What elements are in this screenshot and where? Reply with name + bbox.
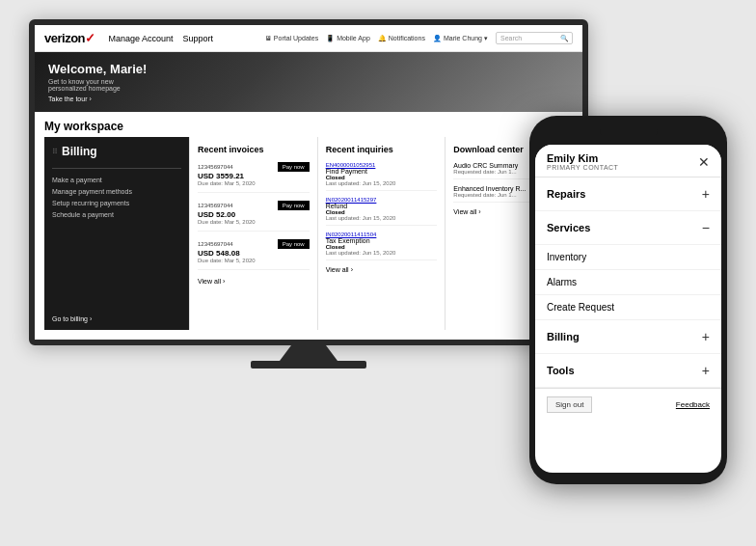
billing-card-header: ⠿ Billing <box>52 145 181 158</box>
chevron-right-icon: › <box>478 208 480 215</box>
go-to-billing-link[interactable]: Go to billing › <box>52 315 181 322</box>
menu-item-repairs[interactable]: Repairs + <box>535 177 721 211</box>
sub-item-inventory[interactable]: Inventory <box>535 245 721 270</box>
pay-now-button-3[interactable]: Pay now <box>278 239 310 249</box>
chevron-down-icon: ▾ <box>484 35 488 42</box>
sub-item-alarms[interactable]: Alarms <box>535 270 721 295</box>
menu-item-billing[interactable]: Billing + <box>535 320 721 354</box>
inquiry-date-3: Last updated: Jun 15, 2020 <box>326 250 438 256</box>
invoices-view-all[interactable]: View all › <box>198 278 310 285</box>
workspace-title: My workspace <box>35 112 582 137</box>
mobile-icon: 📱 <box>326 35 335 42</box>
billing-divider <box>52 168 181 169</box>
billing-label: Billing <box>547 331 580 342</box>
monitor-base <box>251 361 366 369</box>
inquiry-date-1: Last updated: Jun 15, 2020 <box>326 180 438 186</box>
user-menu[interactable]: 👤 Marie Chung ▾ <box>433 35 488 42</box>
invoice-number-2: 12345697044 <box>198 203 233 208</box>
billing-card: ⠿ Billing Make a payment Manage payment … <box>44 137 189 330</box>
make-payment-link[interactable]: Make a payment <box>52 177 181 183</box>
monitor-stand <box>280 345 338 361</box>
setup-recurring-link[interactable]: Setup recurring payments <box>52 200 181 206</box>
inquiry-type-2: Refund <box>326 203 438 209</box>
notifications-link[interactable]: 🔔 Notifications <box>378 35 425 42</box>
phone-screen: Emily Kim PRIMARY CONTACT ✕ Repairs + Se… <box>535 145 721 473</box>
expand-icon: + <box>702 329 710 344</box>
main-nav: Manage Account Support <box>109 34 214 43</box>
recent-inquiries-title: Recent inquiries <box>326 145 438 154</box>
checkmark-icon: ✓ <box>85 31 95 45</box>
schedule-payment-link[interactable]: Schedule a payment <box>52 211 181 218</box>
collapse-icon: − <box>702 220 710 235</box>
invoice-due-3: Due date: Mar 5, 2020 <box>198 258 310 263</box>
mobile-app-link[interactable]: 📱 Mobile App <box>326 35 370 42</box>
invoice-number-3: 12345697044 <box>198 241 233 247</box>
top-navigation-bar: verizon✓ Manage Account Support 🖥 Portal… <box>35 25 582 52</box>
phone-notch <box>600 127 658 141</box>
manage-payment-methods-link[interactable]: Manage payment methods <box>52 188 181 195</box>
monitor-icon: 🖥 <box>265 35 272 41</box>
create-request-label: Create Request <box>547 302 614 313</box>
invoice-row-3: 12345697044 Pay now <box>198 239 310 249</box>
menu-item-tools[interactable]: Tools + <box>535 354 721 388</box>
invoice-amount-1: USD 3559.21 <box>198 172 310 180</box>
hero-left-content: Welcome, Marie! Get to know your new per… <box>48 62 147 102</box>
manage-account-link[interactable]: Manage Account <box>109 34 174 43</box>
inquiries-view-all[interactable]: View all › <box>326 266 438 273</box>
alarms-label: Alarms <box>547 277 577 287</box>
invoice-number-1: 12345697044 <box>198 164 233 170</box>
pay-now-button-1[interactable]: Pay now <box>278 162 310 172</box>
bell-icon: 🔔 <box>378 35 387 42</box>
desktop-monitor: verizon✓ Manage Account Support 🖥 Portal… <box>29 19 588 369</box>
invoice-item-3: 12345697044 Pay now USD 548.08 Due date:… <box>198 239 310 270</box>
inquiry-item-3: IN02020011411504 Tax Exemption Closed La… <box>326 232 438 260</box>
feedback-link[interactable]: Feedback <box>676 400 710 409</box>
menu-item-services[interactable]: Services − <box>535 211 721 245</box>
portal-updates-link[interactable]: 🖥 Portal Updates <box>265 35 318 41</box>
search-box: Search 🔍 <box>496 32 573 44</box>
recent-invoices-panel: Recent invoices 12345697044 Pay now USD … <box>189 137 317 330</box>
logo-area: verizon✓ Manage Account Support <box>44 31 213 45</box>
sign-out-button[interactable]: Sign out <box>547 396 592 413</box>
drag-handle-icon: ⠿ <box>52 148 58 156</box>
services-label: Services <box>547 222 590 233</box>
inquiry-date-2: Last updated: Jun 15, 2020 <box>326 215 438 221</box>
chevron-right-icon: › <box>351 266 353 273</box>
pay-now-button-2[interactable]: Pay now <box>278 201 310 210</box>
support-link[interactable]: Support <box>183 34 214 43</box>
phone-footer: Sign out Feedback <box>535 388 721 421</box>
expand-icon: + <box>702 363 710 378</box>
chevron-right-icon: › <box>89 96 91 102</box>
workspace-grid: ⠿ Billing Make a payment Manage payment … <box>35 137 582 340</box>
billing-card-title: Billing <box>62 145 97 158</box>
invoice-item-2: 12345697044 Pay now USD 52.00 Due date: … <box>198 201 310 232</box>
chevron-right-icon: › <box>90 315 92 322</box>
take-tour-link[interactable]: Take the tour › <box>48 96 147 102</box>
phone-user-role: PRIMARY CONTACT <box>547 164 618 171</box>
phone-header: Emily Kim PRIMARY CONTACT ✕ <box>535 145 721 177</box>
invoice-amount-2: USD 52.00 <box>198 210 310 219</box>
repairs-label: Repairs <box>547 188 585 200</box>
close-icon[interactable]: ✕ <box>698 154 710 170</box>
hero-subtitle: Get to know your new personalized homepa… <box>48 78 145 92</box>
invoice-due-2: Due date: Mar 5, 2020 <box>198 219 310 225</box>
phone-user-info: Emily Kim PRIMARY CONTACT <box>547 152 618 171</box>
phone-user-name: Emily Kim <box>547 152 618 164</box>
tools-label: Tools <box>547 365 575 376</box>
hero-banner: Welcome, Marie! Get to know your new per… <box>35 52 582 112</box>
inquiry-item-1: EN4000001052951 Find Payment Closed Last… <box>326 162 438 191</box>
monitor-screen: verizon✓ Manage Account Support 🖥 Portal… <box>29 19 588 345</box>
search-icon[interactable]: 🔍 <box>560 35 569 42</box>
hero-greeting: Welcome, Marie! <box>48 62 147 76</box>
invoice-row-1: 12345697044 Pay now <box>198 162 310 172</box>
verizon-logo: verizon✓ <box>44 31 95 45</box>
chevron-right-icon: › <box>223 278 225 285</box>
inventory-label: Inventory <box>547 252 586 262</box>
expand-icon: + <box>702 186 710 202</box>
phone-body: Emily Kim PRIMARY CONTACT ✕ Repairs + Se… <box>529 116 727 484</box>
inquiry-type-1: Find Payment <box>326 168 438 175</box>
invoice-row-2: 12345697044 Pay now <box>198 201 310 210</box>
sub-item-create-request[interactable]: Create Request <box>535 295 721 320</box>
invoice-due-1: Due date: Mar 5, 2020 <box>198 180 310 186</box>
mobile-phone: Emily Kim PRIMARY CONTACT ✕ Repairs + Se… <box>529 116 727 484</box>
